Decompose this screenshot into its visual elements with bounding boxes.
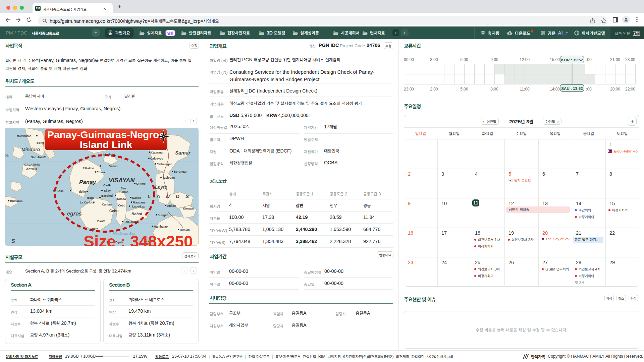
svg-text:23:00: 23:00	[625, 57, 635, 62]
svg-text:Bong: Bong	[37, 141, 44, 144]
svg-text:Cebu: Cebu	[109, 209, 119, 213]
svg-text:Size : 348x250: Size : 348x250	[84, 233, 193, 246]
svg-text:Dumaran: Dumaran	[10, 199, 22, 203]
svg-text:Butuan: Butuan	[180, 228, 190, 232]
svg-text:14:00: 14:00	[550, 87, 560, 92]
svg-text:Calbayog: Calbayog	[150, 157, 163, 160]
svg-text:6:00: 6:00	[460, 57, 468, 62]
svg-text:La Carlota: La Carlota	[80, 201, 94, 204]
svg-text:Carlos: Carlos	[119, 190, 128, 194]
svg-text:Silay: Silay	[104, 189, 111, 192]
svg-text:Catarman: Catarman	[151, 151, 164, 154]
svg-text:23:00: 23:00	[404, 87, 414, 92]
svg-text:8:00: 8:00	[490, 87, 498, 92]
svg-text:11:00: 11:00	[520, 87, 529, 92]
svg-text:Kalibo: Kalibo	[85, 167, 94, 170]
svg-text:Tacloban: Tacloban	[162, 176, 175, 179]
svg-text::00: :00	[586, 87, 592, 92]
svg-text:CALAMIAN: CALAMIAN	[24, 163, 40, 166]
svg-text:2:00: 2:00	[430, 87, 438, 92]
svg-text:Bais: Bais	[97, 220, 103, 223]
svg-text:15:00: 15:00	[550, 57, 560, 62]
svg-text:Toledo: Toledo	[117, 197, 126, 201]
svg-text:L A N D S: L A N D S	[148, 193, 191, 199]
svg-text:Mambajao: Mambajao	[154, 225, 168, 228]
svg-text:GROUP: GROUP	[26, 168, 38, 171]
svg-text::00: :00	[586, 57, 592, 62]
svg-text:Catbalogan: Catbalogan	[157, 163, 172, 166]
svg-text:Mandaue: Mandaue	[133, 201, 145, 204]
svg-text:Borongan: Borongan	[174, 170, 187, 173]
svg-text:..uete: ..uete	[91, 227, 98, 231]
svg-text:S. Jose: S. Jose	[53, 189, 64, 193]
svg-text:Lapu-Lap: Lapu-Lap	[132, 205, 145, 208]
svg-text:KOR : 19:52: KOR : 19:52	[561, 58, 583, 62]
svg-text:VISAYAN: VISAYAN	[109, 177, 135, 184]
svg-text:Mamburao: Mamburao	[17, 134, 31, 138]
svg-text:9:00: 9:00	[490, 57, 498, 62]
svg-text:5:00: 5:00	[460, 87, 468, 92]
svg-text:SAU : 13:52: SAU : 13:52	[561, 86, 583, 90]
svg-text:00:00: 00:00	[404, 57, 414, 62]
svg-text:Danao: Danao	[109, 165, 117, 168]
svg-text:Dinagat: Dinagat	[183, 207, 194, 210]
svg-text:Canlaon: Canlaon	[102, 203, 113, 206]
svg-text:20:00: 20:00	[610, 87, 620, 92]
svg-text:San Jose: San Jose	[31, 156, 44, 159]
svg-text:egros: egros	[67, 211, 82, 217]
svg-text:Danao: Danao	[132, 196, 141, 199]
svg-text:Anilao: Anilao	[167, 204, 176, 207]
svg-text:Panay: Panay	[79, 179, 97, 185]
svg-text:Surigao: Surigao	[158, 214, 168, 217]
svg-text:Tan..aran: Tan..aran	[124, 220, 137, 224]
svg-text:ga: ga	[5, 154, 9, 157]
svg-text:Ormoc: Ormoc	[136, 182, 146, 185]
svg-text:S: S	[11, 238, 15, 244]
svg-text:Leyte: Leyte	[155, 184, 167, 190]
svg-text:21:00: 21:00	[610, 57, 620, 62]
svg-text:Roxas: Roxas	[97, 171, 105, 174]
svg-text:Mindoro: Mindoro	[21, 147, 40, 152]
svg-text:Masbate: Masbate	[103, 153, 115, 156]
svg-text:Bacolod: Bacolod	[101, 194, 113, 197]
svg-text:Cebu: Cebu	[118, 204, 125, 207]
svg-text:Bago: Bago	[87, 196, 94, 199]
svg-text:12:00: 12:00	[520, 57, 530, 62]
svg-text:3:00: 3:00	[430, 57, 438, 62]
svg-text:Samar: Samar	[175, 150, 191, 156]
svg-text:Bohol: Bohol	[131, 212, 142, 216]
svg-text:Panay-Guimaras-Negros: Panay-Guimaras-Negros	[47, 129, 165, 140]
svg-text:Iloilo: Iloilo	[79, 190, 86, 193]
svg-text:22:00: 22:00	[625, 87, 635, 92]
svg-text:Island Link: Island Link	[80, 139, 132, 150]
svg-text:San: San	[121, 187, 126, 190]
